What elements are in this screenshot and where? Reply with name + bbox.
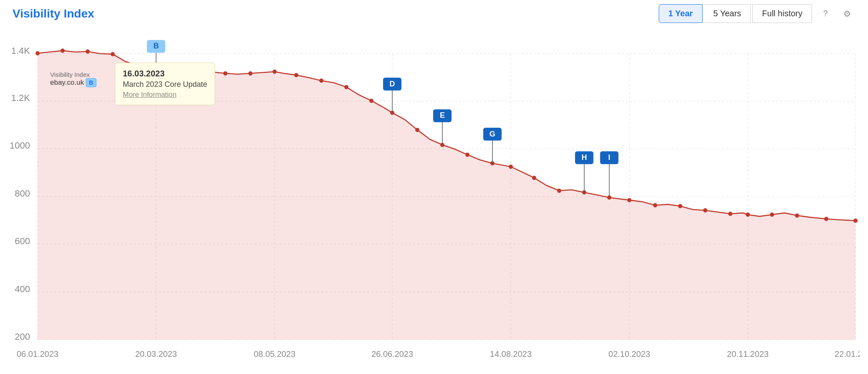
svg-text:B: B [153, 42, 159, 50]
svg-point-33 [272, 70, 277, 74]
btn-1year[interactable]: 1 Year [659, 4, 703, 23]
svg-text:26.06.2023: 26.06.2023 [371, 349, 413, 359]
tooltip-date: 16.03.2023 [123, 69, 207, 78]
svg-point-52 [728, 212, 732, 216]
svg-point-43 [509, 164, 513, 169]
svg-text:D: D [390, 79, 395, 88]
chart-area: 200 400 600 800 1000 1.2K 1.4K [8, 27, 860, 361]
svg-text:1.2K: 1.2K [11, 93, 30, 103]
time-controls: 1 Year 5 Years Full history ? ⚙ [659, 4, 855, 23]
svg-point-31 [223, 71, 227, 76]
svg-text:22.01.2024: 22.01.2024 [835, 349, 860, 359]
svg-text:20.03.2023: 20.03.2023 [135, 349, 177, 359]
svg-point-49 [653, 203, 657, 207]
svg-point-35 [319, 78, 323, 83]
svg-point-36 [344, 85, 348, 89]
legend-domain: ebay.co.uk B [50, 78, 96, 87]
help-button[interactable]: ? [817, 5, 834, 22]
svg-text:G: G [490, 129, 495, 138]
btn-fullhistory[interactable]: Full history [752, 4, 812, 23]
svg-text:H: H [581, 153, 587, 162]
svg-text:200: 200 [15, 331, 30, 341]
legend-badge: B [86, 78, 96, 87]
legend-domain-text: ebay.co.uk [50, 78, 84, 87]
tooltip-link[interactable]: More Information [123, 91, 207, 99]
svg-point-26 [111, 52, 115, 56]
svg-text:I: I [608, 153, 610, 162]
svg-text:600: 600 [15, 236, 30, 246]
svg-point-53 [746, 212, 750, 217]
tooltip-event: March 2023 Core Update [123, 80, 207, 89]
svg-point-51 [703, 208, 707, 212]
btn-5years[interactable]: 5 Years [704, 4, 751, 23]
svg-text:1.4K: 1.4K [11, 45, 30, 56]
svg-point-34 [294, 73, 298, 77]
svg-point-37 [369, 99, 373, 103]
svg-point-45 [557, 189, 561, 193]
svg-point-32 [248, 71, 252, 76]
chart-legend: Visibility Index ebay.co.uk B [50, 71, 96, 87]
svg-text:1000: 1000 [10, 140, 30, 151]
svg-text:02.10.2023: 02.10.2023 [609, 349, 650, 359]
svg-point-44 [532, 176, 536, 180]
svg-point-54 [770, 212, 774, 217]
settings-button[interactable]: ⚙ [839, 5, 855, 22]
svg-point-56 [824, 217, 828, 221]
svg-point-25 [86, 49, 90, 53]
svg-text:08.05.2023: 08.05.2023 [254, 349, 295, 359]
svg-point-23 [36, 51, 40, 55]
svg-point-55 [795, 213, 799, 217]
svg-point-57 [853, 218, 858, 222]
svg-point-41 [465, 153, 470, 157]
svg-text:400: 400 [15, 284, 30, 294]
legend-title: Visibility Index [50, 71, 90, 78]
svg-point-24 [61, 48, 65, 53]
header: Visibility Index 1 Year 5 Years Full his… [8, 4, 860, 23]
page-title: Visibility Index [13, 7, 94, 20]
main-container: Visibility Index 1 Year 5 Years Full his… [0, 0, 868, 374]
svg-point-50 [678, 204, 682, 208]
svg-text:800: 800 [15, 188, 30, 199]
svg-text:06.01.2023: 06.01.2023 [17, 349, 58, 359]
svg-text:E: E [440, 111, 445, 119]
svg-point-39 [415, 128, 419, 132]
event-tooltip: 16.03.2023 March 2023 Core Update More I… [115, 63, 215, 105]
svg-point-48 [627, 198, 632, 202]
svg-text:14.08.2023: 14.08.2023 [490, 349, 532, 359]
svg-text:20.11.2023: 20.11.2023 [727, 349, 769, 359]
